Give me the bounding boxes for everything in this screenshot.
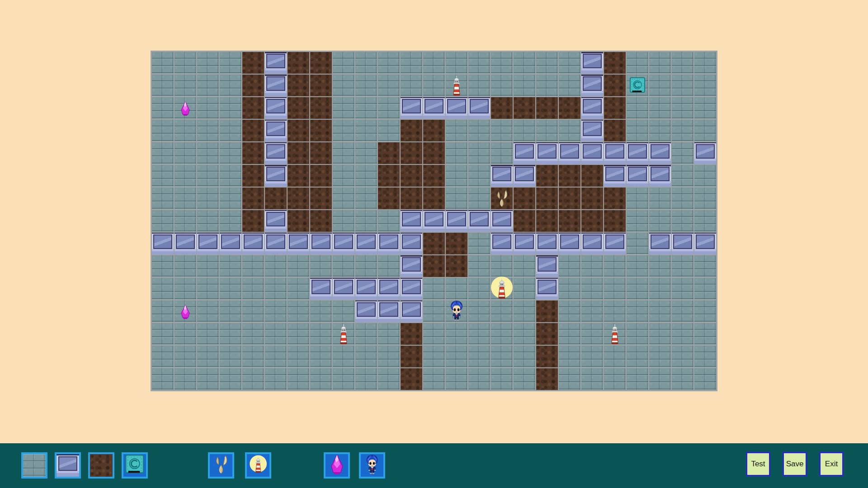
map-tile-dirt[interactable] [287,142,310,164]
map-tile-stone-brick[interactable] [287,323,310,345]
map-tile-stone-brick[interactable] [581,368,604,390]
map-tile-stone-brick[interactable] [264,300,287,323]
lighthouse-sprite[interactable] [609,324,620,345]
map-tile-dirt[interactable] [242,97,264,119]
map-tile-stone-brick[interactable] [264,323,287,345]
map-tile-dirt[interactable] [536,164,558,187]
map-tile-window[interactable] [581,119,604,142]
map-tile-stone-brick[interactable] [197,97,219,119]
map-tile-dirt[interactable] [604,52,626,74]
map-tile-stone-brick[interactable] [242,323,264,345]
map-tile-stone-brick[interactable] [332,368,355,390]
map-tile-stone-brick[interactable] [649,255,671,277]
map-tile-stone-brick[interactable] [491,52,513,74]
map-tile-stone-brick[interactable] [332,164,355,187]
map-tile-dirt[interactable] [287,187,310,210]
map-tile-dirt[interactable] [400,119,423,142]
map-tile-window[interactable] [423,97,445,119]
map-tile-stone-brick[interactable] [219,142,242,164]
map-tile-stone-brick[interactable] [219,52,242,74]
map-tile-stone-brick[interactable] [491,345,513,368]
map-tile-stone-brick[interactable] [151,52,174,74]
map-tile-stone-brick[interactable] [332,345,355,368]
map-tile-stone-brick[interactable] [174,52,197,74]
map-tile-stone-brick[interactable] [219,255,242,277]
map-tile-stone-brick[interactable] [355,323,377,345]
map-tile-window[interactable] [355,232,377,255]
map-tile-stone-brick[interactable] [694,52,717,74]
map-tile-stone-brick[interactable] [671,187,694,210]
map-tile-stone-brick[interactable] [151,300,174,323]
map-tile-stone-brick[interactable] [264,277,287,300]
map-tile-stone-brick[interactable] [694,119,717,142]
map-tile-dirt[interactable] [581,187,604,210]
map-tile-stone-brick[interactable] [310,255,332,277]
map-tile-stone-brick[interactable] [310,300,332,323]
map-tile-stone-brick[interactable] [219,97,242,119]
map-tile-stone-brick[interactable] [671,255,694,277]
map-tile-window[interactable] [649,142,671,164]
map-tile-stone-brick[interactable] [219,323,242,345]
map-tile-stone-brick[interactable] [151,119,174,142]
map-tile-stone-brick[interactable] [400,74,423,97]
map-tile-stone-brick[interactable] [423,74,445,97]
map-tile-stone-brick[interactable] [174,164,197,187]
map-tile-stone-brick[interactable] [604,255,626,277]
map-tile-stone-brick[interactable] [445,187,468,210]
map-tile-window[interactable] [491,164,513,187]
map-tile-stone-brick[interactable] [310,345,332,368]
map-tile-stone-brick[interactable] [491,368,513,390]
map-tile-stone-brick[interactable] [513,300,536,323]
map-tile-window[interactable] [513,232,536,255]
map-tile-stone-brick[interactable] [174,142,197,164]
map-tile-stone-brick[interactable] [355,74,377,97]
map-tile-stone-brick[interactable] [219,277,242,300]
map-tile-stone-brick[interactable] [287,300,310,323]
map-tile-dirt[interactable] [310,97,332,119]
map-tile-window[interactable] [513,142,536,164]
map-tile-stone-brick[interactable] [604,368,626,390]
map-tile-stone-brick[interactable] [151,255,174,277]
map-tile-dirt[interactable] [310,52,332,74]
map-tile-dirt[interactable] [400,323,423,345]
map-tile-dirt[interactable] [287,210,310,232]
map-tile-window[interactable] [604,164,626,187]
map-tile-window[interactable] [558,142,581,164]
map-tile-stone-brick[interactable] [694,187,717,210]
map-tile-stone-brick[interactable] [626,323,649,345]
map-tile-dirt[interactable] [377,142,400,164]
map-tile-dirt[interactable] [536,97,558,119]
map-tile-dirt[interactable] [491,97,513,119]
map-tile-dirt[interactable] [242,74,264,97]
map-tile-stone-brick[interactable] [174,368,197,390]
map-tile-stone-brick[interactable] [649,323,671,345]
map-tile-window[interactable] [558,232,581,255]
map-tile-stone-brick[interactable] [491,119,513,142]
map-tile-stone-brick[interactable] [671,345,694,368]
map-tile-window[interactable] [400,300,423,323]
map-tile-window[interactable] [581,52,604,74]
map-tile-stone-brick[interactable] [287,277,310,300]
map-tile-dirt[interactable] [242,52,264,74]
map-tile-dirt[interactable] [400,164,423,187]
map-tile-stone-brick[interactable] [468,300,491,323]
map-tile-stone-brick[interactable] [671,164,694,187]
map-tile-stone-brick[interactable] [626,97,649,119]
map-tile-stone-brick[interactable] [626,187,649,210]
map-tile-dirt[interactable] [400,142,423,164]
map-tile-stone-brick[interactable] [445,277,468,300]
map-tile-dirt[interactable] [310,210,332,232]
palette-item-window-tile[interactable] [55,452,81,479]
map-tile-window[interactable] [671,232,694,255]
map-tile-stone-brick[interactable] [491,300,513,323]
map-tile-stone-brick[interactable] [151,142,174,164]
map-tile-stone-brick[interactable] [558,345,581,368]
map-tile-window[interactable] [445,97,468,119]
map-tile-stone-brick[interactable] [626,210,649,232]
map-tile-window[interactable] [626,142,649,164]
map-tile-dirt[interactable] [423,187,445,210]
map-tile-stone-brick[interactable] [174,119,197,142]
map-tile-stone-brick[interactable] [694,323,717,345]
map-tile-dirt[interactable] [377,187,400,210]
map-tile-window[interactable] [400,210,423,232]
